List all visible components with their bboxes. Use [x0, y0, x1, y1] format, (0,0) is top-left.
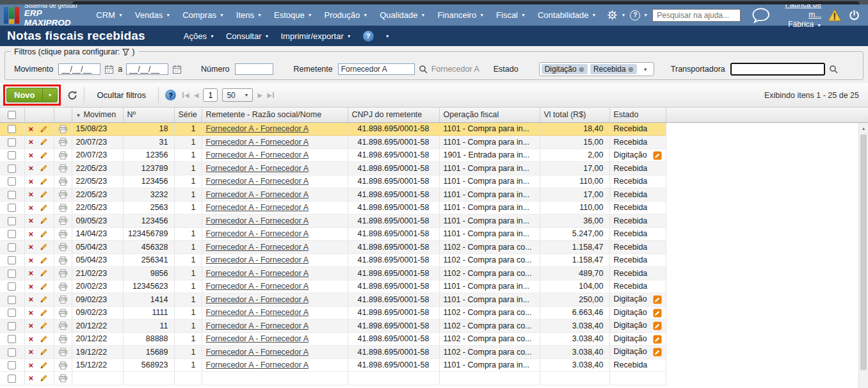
select-all-checkbox-cell[interactable]: [0, 108, 24, 122]
delete-icon[interactable]: ×: [29, 242, 34, 252]
table-row[interactable]: × 14/04/23 123456789 1 Fornecedor A - Fo…: [0, 227, 858, 241]
movimento-to-input[interactable]: [126, 63, 168, 75]
row-checkbox[interactable]: [8, 256, 16, 264]
row-checkbox[interactable]: [8, 217, 16, 225]
row-checkbox[interactable]: [8, 309, 16, 317]
edit-pencil-icon[interactable]: [40, 164, 48, 172]
row-checkbox[interactable]: [8, 375, 16, 383]
edit-pencil-icon[interactable]: [40, 321, 48, 330]
power-logout-icon[interactable]: [848, 8, 860, 22]
remetente-link[interactable]: Fornecedor A - Fornecedor A: [206, 255, 309, 264]
calendar-icon[interactable]: [104, 65, 114, 74]
warning-icon[interactable]: [828, 8, 842, 22]
table-row[interactable]: × 20/02/23 12345623 1 Fornecedor A - For…: [0, 280, 858, 293]
scrollbar-thumb[interactable]: [860, 134, 867, 370]
delete-icon[interactable]: ×: [29, 308, 34, 318]
remetente-link[interactable]: Fornecedor A - Fornecedor A: [206, 282, 309, 291]
estado-edit-icon[interactable]: [653, 335, 662, 344]
estado-filter-tag[interactable]: Recebida ⊗: [590, 64, 637, 74]
row-checkbox[interactable]: [8, 165, 16, 173]
main-menu-item-crm[interactable]: CRM ▼: [96, 10, 123, 20]
edit-pencil-icon[interactable]: [40, 125, 48, 133]
table-row[interactable]: × 19/12/22 15689 1 Fornecedor A - Fornec…: [0, 346, 858, 359]
delete-icon[interactable]: ×: [29, 150, 34, 160]
estado-multiselect[interactable]: Digitação ⊗ Recebida ⊗ ▼: [539, 62, 654, 76]
account-unit-dropdown[interactable]: Fábrica ▼: [777, 20, 821, 30]
edit-pencil-icon[interactable]: [40, 190, 48, 198]
col-operacao[interactable]: Operação fiscal: [439, 108, 540, 122]
delete-icon[interactable]: ×: [29, 124, 34, 134]
remetente-link[interactable]: Fornecedor A - Fornecedor A: [206, 360, 309, 369]
edit-pencil-icon[interactable]: [40, 216, 48, 225]
edit-pencil-icon[interactable]: [40, 256, 48, 264]
next-page-button[interactable]: ▶: [257, 92, 262, 99]
remetente-link[interactable]: Fornecedor A - Fornecedor A: [206, 190, 309, 199]
delete-icon[interactable]: ×: [29, 216, 34, 225]
main-menu-item-itens[interactable]: Itens ▼: [236, 10, 262, 20]
main-menu-item-qualidade[interactable]: Qualidade ▼: [380, 10, 425, 20]
table-row[interactable]: × 21/02/23 9856 1 Fornecedor A - Fornece…: [0, 267, 858, 280]
main-menu-item-financeiro[interactable]: Financeiro ▼: [437, 10, 484, 20]
table-row[interactable]: × 22/05/23 3232 1 Fornecedor A - Fornece…: [0, 188, 858, 202]
menu-acoes[interactable]: Ações▼: [184, 31, 214, 41]
main-menu-item-fiscal[interactable]: Fiscal ▼: [496, 10, 526, 20]
remove-tag-icon[interactable]: ⊗: [628, 65, 634, 74]
print-icon[interactable]: [58, 269, 68, 278]
estado-edit-icon[interactable]: [653, 348, 662, 357]
delete-icon[interactable]: ×: [29, 177, 34, 186]
prev-page-button[interactable]: ◀: [194, 92, 199, 99]
ocultar-filtros-button[interactable]: Ocultar filtros: [91, 88, 152, 102]
row-checkbox[interactable]: [8, 204, 16, 212]
filters-legend[interactable]: Filtros (clique para configurar: ): [11, 47, 138, 56]
row-checkbox[interactable]: [8, 125, 16, 133]
menu-imprimir-exportar[interactable]: Imprimir/exportar▼: [280, 31, 351, 41]
remove-tag-icon[interactable]: ⊗: [579, 65, 584, 74]
table-row[interactable]: × 20/07/23 12356 1 Fornecedor A - Fornec…: [0, 149, 858, 162]
delete-icon[interactable]: ×: [29, 334, 34, 344]
print-icon[interactable]: [58, 151, 68, 160]
estado-edit-icon[interactable]: [653, 321, 662, 330]
remetente-link[interactable]: Fornecedor A - Fornecedor A: [206, 229, 309, 238]
table-row[interactable]: × 20/12/22 11 1 Fornecedor A - Fornecedo…: [0, 319, 858, 333]
page-number-box[interactable]: 1: [203, 88, 218, 102]
scroll-up-button[interactable]: ▲: [859, 123, 868, 133]
delete-icon[interactable]: ×: [29, 163, 34, 173]
table-row[interactable]: × 05/04/23 256341 1 Fornecedor A - Forne…: [0, 254, 858, 267]
refresh-icon[interactable]: [67, 90, 77, 101]
print-icon[interactable]: [58, 216, 68, 225]
delete-icon[interactable]: ×: [29, 255, 34, 265]
search-icon[interactable]: [829, 65, 838, 74]
main-menu-item-compras[interactable]: Compras ▼: [182, 10, 224, 20]
novo-button[interactable]: Novo ▼: [6, 88, 58, 102]
chevron-down-icon[interactable]: ▼: [639, 67, 652, 72]
remetente-link[interactable]: Fornecedor A - Fornecedor A: [206, 216, 309, 225]
main-menu-item-estoque[interactable]: Estoque ▼: [274, 10, 312, 20]
remetente-link[interactable]: Fornecedor A - Fornecedor A: [206, 295, 309, 304]
delete-icon[interactable]: ×: [29, 295, 34, 304]
remetente-link[interactable]: Fornecedor A - Fornecedor A: [206, 321, 309, 330]
calendar-icon[interactable]: [172, 65, 182, 74]
print-icon[interactable]: [58, 335, 68, 344]
remetente-link[interactable]: Fornecedor A - Fornecedor A: [206, 348, 309, 357]
edit-pencil-icon[interactable]: [40, 282, 48, 291]
chevron-down-icon[interactable]: ▼: [385, 34, 390, 38]
row-checkbox[interactable]: [8, 348, 16, 357]
print-icon[interactable]: [58, 125, 68, 134]
print-icon[interactable]: [58, 374, 68, 383]
remetente-link[interactable]: Fornecedor A - Fornecedor A: [206, 243, 309, 252]
help-icon[interactable]: ?: [363, 31, 374, 42]
row-checkbox[interactable]: [8, 335, 16, 343]
col-vl-total[interactable]: Vl total (R$): [540, 108, 609, 122]
table-row[interactable]: × 22/05/23 2563 1 Fornecedor A - Fornece…: [0, 201, 858, 214]
chevron-down-icon[interactable]: ▼: [43, 93, 58, 97]
col-estado[interactable]: Estado: [609, 108, 666, 122]
remetente-link[interactable]: Fornecedor A - Fornecedor A: [206, 124, 309, 133]
brand-logo[interactable]: Sistema de gestão ERP MAXIPROD: [4, 2, 83, 28]
edit-pencil-icon[interactable]: [40, 348, 48, 356]
edit-pencil-icon[interactable]: [40, 230, 48, 238]
table-row[interactable]: × 09/02/23 1111 1 Fornecedor A - Fornece…: [0, 306, 858, 319]
select-all-checkbox[interactable]: [8, 111, 16, 119]
numero-input[interactable]: [235, 63, 273, 75]
delete-icon[interactable]: ×: [29, 137, 34, 147]
print-icon[interactable]: [58, 348, 68, 357]
